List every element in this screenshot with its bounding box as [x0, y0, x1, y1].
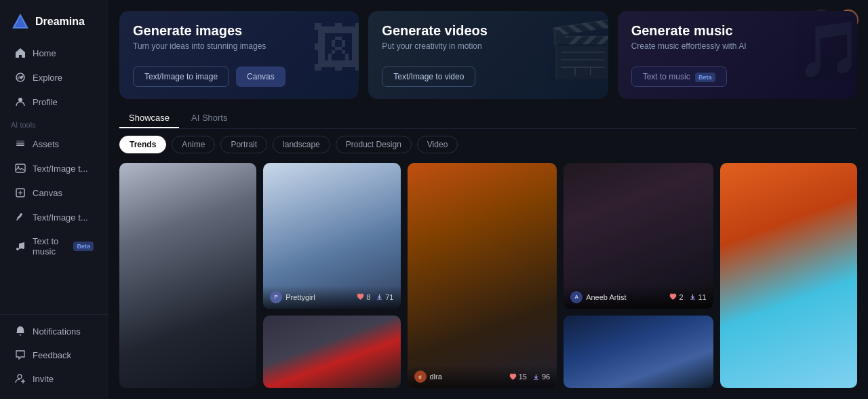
sidebar-item-text-to-music[interactable]: Text to music Beta	[4, 230, 104, 263]
card-generate-images: Generate images Turn your ideas into stu…	[119, 11, 359, 99]
sidebar: Dreamina Home Explore Profile AI tools A…	[0, 0, 108, 399]
gallery-item-5[interactable]	[720, 163, 857, 388]
svg-point-5	[18, 98, 22, 102]
user-avatar-prettygirl: P	[270, 291, 282, 303]
svg-marker-4	[17, 75, 21, 79]
ai-tools-label: AI tools	[0, 114, 108, 132]
downloads-stat-3: 96	[532, 373, 550, 381]
sidebar-item-explore[interactable]: Explore	[4, 66, 104, 89]
music-beta-badge: Beta	[695, 73, 715, 82]
image-icon	[15, 163, 26, 174]
gallery-item-4[interactable]: A Aneeb Artist 2 11	[564, 163, 713, 309]
username-prettygirl: Prettygirl	[285, 293, 315, 301]
sidebar-item-text-to-music-label: Text to music	[33, 236, 64, 256]
gallery-user-aneeb: A Aneeb Artist	[570, 291, 626, 303]
filter-anime[interactable]: Anime	[172, 136, 215, 153]
text-to-music-button[interactable]: Text to music Beta	[631, 66, 727, 87]
downloads-stat-2: 71	[376, 293, 393, 301]
card-generate-videos: Generate videos Put your creativity in m…	[368, 11, 608, 99]
user-avatar-dlra: d	[414, 370, 427, 383]
logo-icon	[11, 12, 30, 31]
sidebar-item-canvas-label: Canvas	[33, 188, 62, 198]
sidebar-item-notifications[interactable]: Notifications	[4, 320, 104, 343]
beta-badge: Beta	[73, 242, 94, 251]
filter-video[interactable]: Video	[417, 136, 458, 153]
canvas-button[interactable]: Canvas	[236, 66, 285, 87]
gallery-item-6[interactable]	[564, 316, 713, 388]
bell-icon	[15, 326, 26, 337]
likes-stat-4: 2	[669, 293, 683, 301]
gallery-item-2-overlay: P Prettygirl 8 71	[263, 286, 400, 309]
gallery-stats-2: 8 71	[357, 293, 393, 301]
gallery-stats-4: 2 11	[669, 293, 706, 301]
main-content: 0 Generate images Turn your ideas into s…	[108, 0, 868, 399]
card-videos-bg-icon: 🎬	[547, 18, 608, 81]
filter-portrait[interactable]: Portrait	[220, 136, 267, 153]
heart-icon-2	[509, 373, 517, 381]
gallery-item-2[interactable]: P Prettygirl 8 71	[263, 163, 400, 309]
card-music-bg-icon: 🎵	[796, 18, 857, 81]
user-avatar-aneeb: A	[570, 291, 583, 303]
sidebar-item-explore-label: Explore	[33, 73, 62, 83]
likes-stat-2: 8	[357, 293, 370, 301]
svg-rect-6	[16, 145, 24, 146]
filter-landscape[interactable]: landscape	[273, 136, 330, 153]
sidebar-item-feedback[interactable]: Feedback	[4, 343, 104, 366]
sidebar-item-text-image-2[interactable]: Text/Image t...	[4, 206, 104, 229]
gallery-item-7[interactable]	[263, 316, 400, 388]
text-image-to-image-button[interactable]: Text/Image to image	[133, 66, 229, 87]
canvas-icon	[15, 187, 26, 198]
username-dlra: dlra	[430, 373, 442, 381]
gallery-user-prettygirl: P Prettygirl	[270, 291, 315, 303]
svg-point-12	[16, 248, 19, 250]
compass-icon	[15, 72, 26, 83]
sidebar-item-feedback-label: Feedback	[33, 350, 71, 360]
sidebar-item-home[interactable]: Home	[4, 41, 104, 64]
svg-rect-7	[16, 142, 24, 144]
sidebar-item-assets-label: Assets	[33, 139, 59, 149]
layers-icon	[15, 138, 26, 149]
sidebar-item-invite-label: Invite	[33, 374, 54, 384]
filter-tabs: Trends Anime Portrait landscape Product …	[119, 136, 857, 153]
card-generate-music: Generate music Create music effortlessly…	[618, 11, 857, 99]
filter-trends[interactable]: Trends	[119, 136, 166, 153]
sidebar-item-text-image-1-label: Text/Image t...	[33, 164, 88, 174]
sidebar-item-home-label: Home	[33, 48, 56, 58]
download-icon	[376, 293, 383, 301]
filter-product-design[interactable]: Product Design	[336, 136, 412, 153]
gallery-item-1[interactable]	[119, 163, 256, 388]
card-images-bg-icon: 🖼	[311, 18, 359, 80]
svg-rect-9	[16, 164, 25, 172]
tab-ai-shorts[interactable]: AI Shorts	[182, 109, 237, 128]
tab-showcase[interactable]: Showcase	[119, 109, 179, 128]
downloads-stat-4: 11	[689, 293, 707, 301]
sidebar-item-notifications-label: Notifications	[33, 326, 81, 337]
gallery-item-3-overlay: d dlra 15 96	[408, 365, 557, 388]
logo[interactable]: Dreamina	[0, 8, 108, 41]
sidebar-item-invite[interactable]: Invite	[4, 367, 104, 390]
sidebar-item-profile-label: Profile	[33, 97, 58, 107]
svg-rect-8	[16, 140, 24, 142]
gallery-item-4-overlay: A Aneeb Artist 2 11	[564, 286, 713, 309]
gallery: P Prettygirl 8 71	[119, 163, 857, 388]
sidebar-item-assets[interactable]: Assets	[4, 132, 104, 155]
download-icon-2	[532, 373, 540, 381]
text-image-to-video-button[interactable]: Text/Image to video	[382, 66, 475, 87]
svg-point-13	[22, 246, 24, 249]
sidebar-item-profile[interactable]: Profile	[4, 90, 104, 113]
gallery-item-3[interactable]: d dlra 15 96	[408, 163, 557, 388]
message-icon	[15, 349, 26, 360]
gallery-user-dlra: d dlra	[414, 370, 442, 383]
music-icon	[15, 241, 26, 252]
username-aneeb: Aneeb Artist	[586, 293, 626, 301]
download-icon-3	[689, 293, 696, 301]
likes-stat-3: 15	[509, 373, 527, 381]
sidebar-item-text-image-1[interactable]: Text/Image t...	[4, 157, 104, 180]
wand-icon	[15, 212, 26, 223]
heart-icon	[357, 293, 364, 301]
user-plus-icon	[15, 373, 26, 384]
sidebar-item-canvas[interactable]: Canvas	[4, 181, 104, 204]
gallery-stats-3: 15 96	[509, 373, 551, 381]
sidebar-item-text-image-2-label: Text/Image t...	[33, 212, 88, 223]
svg-point-14	[18, 375, 22, 379]
